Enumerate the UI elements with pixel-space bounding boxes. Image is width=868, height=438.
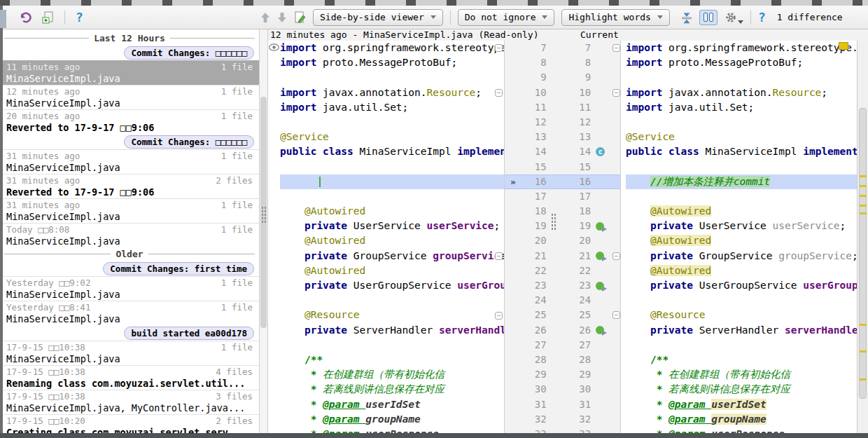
code-line-right[interactable]: public class MinaServiceImpl implements … xyxy=(626,144,857,159)
code-line-right[interactable]: //增加本条注释并commit xyxy=(626,174,857,189)
code-line-left[interactable] xyxy=(280,115,504,130)
history-item[interactable]: Yesterday □□8:411 fileMinaServiceImpl.ja… xyxy=(0,301,259,325)
code-line-left[interactable] xyxy=(280,189,504,204)
code-line-left[interactable]: @Service xyxy=(280,130,504,144)
code-line-right[interactable]: * @param userIdSet xyxy=(626,397,857,412)
code-line-right[interactable] xyxy=(626,338,857,353)
history-item[interactable]: 12 minutes ago1 fileMinaServiceImpl.java xyxy=(0,85,259,109)
history-item[interactable]: 20 minutes ago1 fileReverted to 17-9-17 … xyxy=(0,109,259,134)
code-line-left[interactable] xyxy=(280,70,504,85)
code-line-left[interactable]: private ServerHandler serverHandler; xyxy=(280,323,504,338)
warning-stripe-mark[interactable] xyxy=(860,195,867,197)
class-icon[interactable]: c xyxy=(596,147,605,156)
warning-stripe-mark[interactable] xyxy=(860,175,867,177)
revert-icon[interactable] xyxy=(18,11,31,24)
warning-stripe-mark[interactable] xyxy=(860,350,867,353)
code-line-right[interactable]: * 在创建群组（带有初始化信 xyxy=(626,367,857,382)
help-icon[interactable]: ? xyxy=(76,11,83,24)
code-line-left[interactable]: * @param userIdSet xyxy=(280,397,504,412)
code-line-right[interactable]: import proto.MessageProtoBuf; xyxy=(626,55,857,70)
code-line-right[interactable]: private GroupService groupService; xyxy=(626,249,857,264)
fold-marker-icon[interactable]: – xyxy=(495,252,503,260)
code-line-right[interactable] xyxy=(626,115,857,130)
code-line-right[interactable]: * @param groupName xyxy=(626,412,857,427)
code-line-right[interactable]: @Resource xyxy=(626,308,857,322)
history-item[interactable]: 17-9-15 □□10:381 fileMinaServiceImpl.jav… xyxy=(0,341,259,365)
warning-stripe-mark[interactable] xyxy=(860,205,867,207)
code-line-left[interactable]: private GroupService groupService; xyxy=(280,249,504,264)
inspection-status-indicator[interactable] xyxy=(839,42,848,50)
spring-bean-icon[interactable] xyxy=(596,326,604,334)
code-line-right[interactable]: import javax.annotation.Resource; xyxy=(626,85,857,100)
fold-marker-icon[interactable]: – xyxy=(495,89,503,97)
code-line-left[interactable]: /** xyxy=(280,353,504,367)
left-code-editor[interactable]: import org.springframework.stereotype.Se… xyxy=(268,41,504,433)
next-difference-icon[interactable] xyxy=(277,12,287,23)
code-line-right[interactable]: import org.springframework.stereotype.Se… xyxy=(626,41,857,55)
scrollbar-thumb[interactable] xyxy=(859,108,867,399)
code-line-right[interactable]: @Service xyxy=(626,130,857,144)
code-line-left[interactable]: * @param userResponse xyxy=(280,427,504,433)
left-editor-scrollbar[interactable] xyxy=(259,29,268,433)
code-line-left[interactable]: import proto.MessageProtoBuf; xyxy=(280,55,504,70)
warning-stripe-mark[interactable] xyxy=(860,378,867,381)
create-patch-icon[interactable] xyxy=(42,11,54,24)
collapse-unchanged-icon[interactable] xyxy=(681,11,692,24)
whitespace-policy-dropdown[interactable]: Do not ignore xyxy=(458,9,555,26)
warning-stripe-mark[interactable] xyxy=(860,212,867,214)
code-line-left[interactable]: public class MinaServiceImpl implements … xyxy=(280,144,504,159)
code-line-right[interactable]: import java.util.Set; xyxy=(626,100,857,115)
synchronize-scrolling-toggle[interactable] xyxy=(699,10,718,25)
splitter-drag-handle[interactable] xyxy=(261,206,266,224)
code-line-right[interactable]: * @param userResponse xyxy=(626,427,857,433)
code-line-right[interactable]: * 若离线则讲信息保存在对应 xyxy=(626,382,857,397)
fold-marker-icon[interactable]: – xyxy=(612,44,620,52)
fold-marker-icon[interactable]: – xyxy=(612,89,620,97)
code-line-right[interactable]: @Autowired xyxy=(626,233,857,248)
help-icon[interactable]: ? xyxy=(758,11,766,24)
history-item[interactable]: Today □□8:081 fileMinaServiceImpl.java xyxy=(0,223,259,247)
fold-marker-icon[interactable]: – xyxy=(612,252,620,260)
code-line-left[interactable]: private UserGroupService userGroupServic… xyxy=(280,278,504,293)
code-line-right[interactable]: private ServerHandler serverHandler; xyxy=(626,323,857,338)
history-item[interactable]: 31 minutes ago1 fileMinaServiceImpl.java xyxy=(0,198,259,223)
code-line-right[interactable]: @Autowired xyxy=(626,264,857,278)
history-item[interactable]: 17-9-15 □□10:383 filesMinaServiceImpl.ja… xyxy=(0,390,259,414)
code-line-left[interactable]: import javax.annotation.Resource; xyxy=(280,85,504,100)
gutter-drag-handle[interactable] xyxy=(551,213,556,231)
history-item[interactable]: 17-9-15 □□10:384 filesRenaming class com… xyxy=(0,365,259,390)
history-item[interactable]: 31 minutes ago2 filesReverted to 17-9-17… xyxy=(0,174,259,198)
code-line-left[interactable] xyxy=(280,293,504,308)
code-line-right[interactable]: private UserService userService; xyxy=(626,219,857,233)
code-line-left[interactable] xyxy=(280,174,504,189)
code-line-left[interactable]: * @param groupName xyxy=(280,412,504,427)
code-line-left[interactable]: @Autowired xyxy=(280,204,504,219)
history-item[interactable]: 11 minutes ago1 fileMinaServiceImpl.java xyxy=(0,60,259,85)
code-line-left[interactable]: * 若离线则讲信息保存在对应 xyxy=(280,382,504,397)
viewer-type-dropdown[interactable]: Side-by-side viewer xyxy=(313,9,443,26)
spring-bean-icon[interactable] xyxy=(596,222,604,231)
highlighting-level-eye-icon[interactable] xyxy=(269,43,279,51)
code-line-right[interactable]: @Autowired xyxy=(626,204,857,219)
warning-stripe-mark[interactable] xyxy=(860,324,867,326)
local-history-list[interactable]: Last 12 HoursCommit Changes: □□□□□□11 mi… xyxy=(0,29,259,433)
warning-stripe-mark[interactable] xyxy=(860,185,867,187)
code-line-left[interactable]: * 在创建群组（带有初始化信 xyxy=(280,367,504,382)
history-item[interactable]: Yesterday □□9:021 fileMinaServiceImpl.ja… xyxy=(0,276,259,301)
code-line-left[interactable] xyxy=(280,160,504,174)
code-line-left[interactable] xyxy=(280,338,504,353)
fold-marker-icon[interactable]: – xyxy=(612,311,620,319)
fold-marker-icon[interactable]: – xyxy=(495,44,503,52)
settings-gear-icon[interactable] xyxy=(724,11,743,24)
code-line-left[interactable]: @Autowired xyxy=(280,264,504,278)
fold-marker-icon[interactable]: – xyxy=(495,312,503,320)
code-line-left[interactable]: @Autowired xyxy=(280,233,504,248)
highlight-mode-dropdown[interactable]: Highlight words xyxy=(561,9,669,26)
code-line-right[interactable]: /** xyxy=(626,353,857,367)
spring-bean-icon[interactable] xyxy=(596,282,604,290)
code-line-right[interactable] xyxy=(626,293,857,308)
right-editor-scrollbar[interactable] xyxy=(857,41,868,433)
code-line-left[interactable]: import java.util.Set; xyxy=(280,100,504,115)
code-line-right[interactable] xyxy=(626,189,857,204)
right-code-editor[interactable]: import org.springframework.stereotype.Se… xyxy=(620,41,857,433)
